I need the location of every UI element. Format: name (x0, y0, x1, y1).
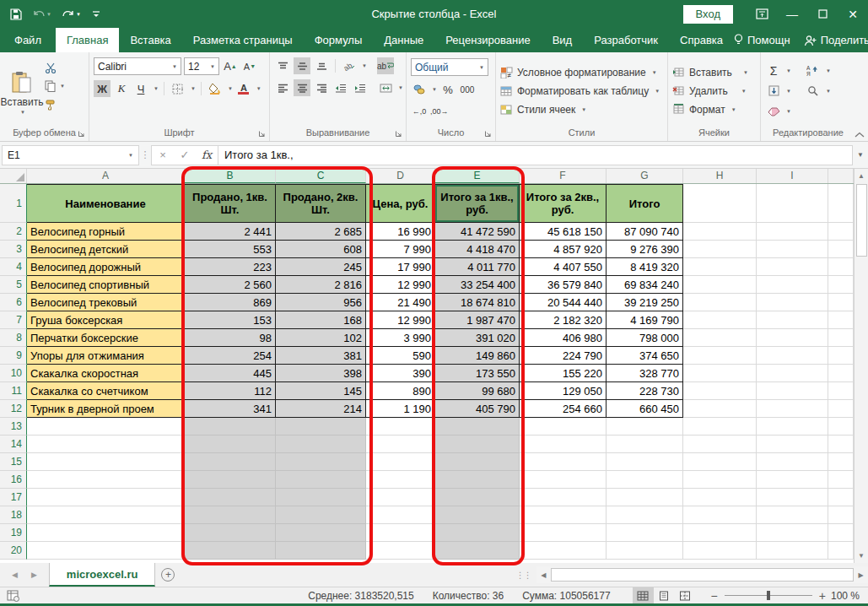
cell-C2[interactable]: 2 685 (276, 223, 366, 241)
cell-H11[interactable] (683, 382, 757, 400)
cell-D13[interactable] (366, 418, 435, 436)
ribbon-display-options-icon[interactable] (747, 0, 777, 28)
number-format-select[interactable]: Общий▼ (411, 58, 488, 76)
cell-I20[interactable] (757, 542, 828, 560)
column-header-A[interactable]: A (27, 169, 185, 183)
cell-F14[interactable] (520, 436, 607, 453)
cell-I3[interactable] (757, 241, 828, 258)
cell-C14[interactable] (276, 436, 366, 453)
cell-D2[interactable]: 16 990 (366, 223, 435, 241)
cell-overflow17[interactable] (828, 489, 854, 506)
cell-A10[interactable]: Скакалка скоростная (27, 365, 185, 382)
cell-E7[interactable]: 1 987 470 (435, 311, 520, 329)
cell-F9[interactable]: 224 790 (520, 347, 607, 365)
align-middle-icon[interactable] (294, 57, 310, 74)
cell-G10[interactable]: 328 770 (607, 365, 683, 382)
cell-D6[interactable]: 21 490 (366, 294, 435, 311)
accounting-format-icon[interactable] (411, 81, 428, 98)
insert-cells-button[interactable]: Вставить▼ (672, 67, 756, 78)
cell-E3[interactable]: 4 418 470 (435, 241, 520, 258)
row-header-12[interactable]: 12 (0, 400, 27, 418)
cell-I6[interactable] (757, 294, 828, 311)
column-header-I[interactable]: I (757, 169, 828, 183)
orientation-icon[interactable]: ab (341, 57, 358, 74)
comma-style-icon[interactable]: 000 (459, 81, 476, 98)
cell-F16[interactable] (520, 471, 607, 489)
delete-cells-button[interactable]: Удалить▼ (672, 85, 756, 97)
cell-H15[interactable] (683, 453, 757, 471)
row-header-16[interactable]: 16 (0, 471, 27, 489)
cell-C17[interactable] (276, 489, 366, 506)
cell-B11[interactable]: 112 (185, 382, 276, 400)
cell-G1[interactable]: Итого (607, 184, 683, 223)
cell-A16[interactable] (27, 471, 185, 489)
cell-D19[interactable] (366, 524, 435, 542)
cell-I10[interactable] (757, 365, 828, 382)
italic-button[interactable]: К (113, 80, 130, 97)
cell-G7[interactable]: 4 169 790 (607, 311, 683, 329)
cell-overflow6[interactable] (828, 294, 854, 311)
column-header-B[interactable]: B (185, 169, 276, 183)
cell-D5[interactable]: 12 990 (366, 276, 435, 294)
format-as-table-button[interactable]: Форматировать как таблицу▼ (500, 85, 663, 97)
cell-C9[interactable]: 381 (276, 347, 366, 365)
cell-C13[interactable] (276, 418, 366, 436)
cell-A20[interactable] (27, 542, 185, 560)
vertical-scroll-thumb[interactable] (856, 184, 867, 257)
cell-F11[interactable]: 129 050 (520, 382, 607, 400)
cell-overflow15[interactable] (828, 453, 854, 471)
cell-C19[interactable] (276, 524, 366, 542)
cell-C3[interactable]: 608 (276, 241, 366, 258)
share-button[interactable]: Поделиться (804, 34, 868, 46)
percent-style-icon[interactable]: % (439, 81, 456, 98)
cell-overflow20[interactable] (828, 542, 854, 560)
cell-C15[interactable] (276, 453, 366, 471)
cell-I12[interactable] (757, 400, 828, 418)
cell-A12[interactable]: Турник в дверной проем (27, 400, 185, 418)
format-painter-icon[interactable] (45, 97, 65, 112)
row-header-2[interactable]: 2 (0, 223, 27, 241)
cell-I17[interactable] (757, 489, 828, 506)
cancel-entry-icon[interactable]: × (152, 149, 174, 161)
align-right-icon[interactable] (313, 79, 330, 96)
row-header-15[interactable]: 15 (0, 453, 27, 471)
close-button[interactable]: ✕ (838, 0, 868, 28)
cell-overflow5[interactable] (828, 276, 854, 294)
page-layout-view-icon[interactable] (654, 587, 675, 603)
cell-H1[interactable] (683, 184, 757, 223)
cell-H4[interactable] (683, 258, 757, 276)
cell-E8[interactable]: 391 020 (435, 329, 520, 347)
cell-H2[interactable] (683, 223, 757, 241)
confirm-entry-icon[interactable]: ✓ (174, 149, 196, 161)
align-top-icon[interactable] (274, 57, 291, 74)
cell-G18[interactable] (607, 506, 683, 524)
cell-C5[interactable]: 2 816 (276, 276, 366, 294)
cell-A18[interactable] (27, 506, 185, 524)
cell-G19[interactable] (607, 524, 683, 542)
cell-H13[interactable] (683, 418, 757, 436)
cell-H14[interactable] (683, 436, 757, 453)
row-header-1[interactable]: 1 (0, 184, 27, 223)
cell-B19[interactable] (185, 524, 276, 542)
cell-C18[interactable] (276, 506, 366, 524)
vertical-scrollbar[interactable]: ▲ ▼ (854, 169, 868, 563)
cell-D12[interactable]: 1 190 (366, 400, 435, 418)
cell-E18[interactable] (435, 506, 520, 524)
cell-I18[interactable] (757, 506, 828, 524)
wrap-text-icon[interactable]: ab (377, 57, 394, 74)
cell-B18[interactable] (185, 506, 276, 524)
cell-F4[interactable]: 4 407 550 (520, 258, 607, 276)
cell-F13[interactable] (520, 418, 607, 436)
column-header-H[interactable]: H (683, 169, 757, 183)
dialog-launcher-icon[interactable] (484, 130, 492, 138)
cell-E1[interactable]: Итого за 1кв., руб. (435, 184, 520, 223)
cell-D17[interactable] (366, 489, 435, 506)
cell-D3[interactable]: 7 990 (366, 241, 435, 258)
sort-filter-icon[interactable]: АЯ (805, 62, 822, 79)
bold-button[interactable]: Ж (94, 80, 111, 97)
cell-F12[interactable]: 254 660 (520, 400, 607, 418)
cell-E10[interactable]: 173 550 (435, 365, 520, 382)
align-left-icon[interactable] (274, 79, 291, 96)
cell-F1[interactable]: Итого за 2кв., руб. (520, 184, 607, 223)
borders-icon[interactable] (170, 80, 186, 97)
